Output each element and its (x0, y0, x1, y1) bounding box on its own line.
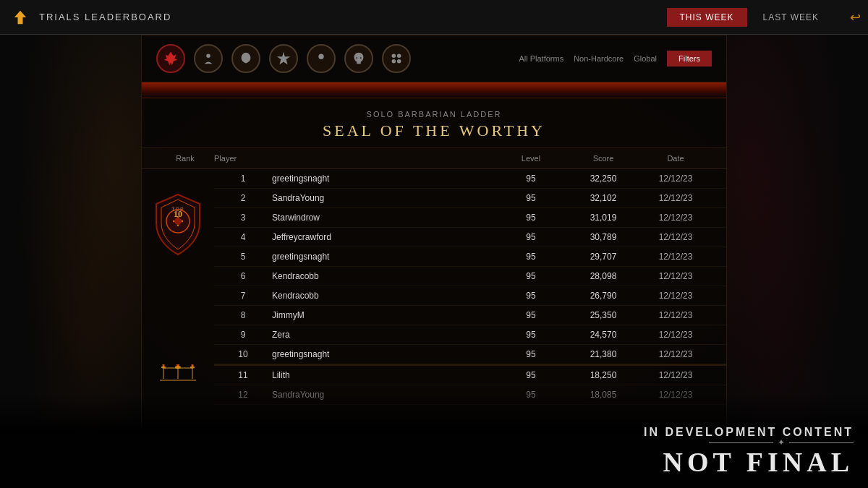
row-level: 95 (495, 310, 567, 320)
table-row: 9 Zera 95 24,570 12/12/23 (214, 325, 726, 345)
row-level: 95 (495, 174, 567, 184)
table-row: 3 Starwindrow 95 31,019 12/12/23 (214, 208, 726, 228)
row-date: 12/12/23 (639, 349, 712, 359)
watermark-final-text: NOT FINAL (663, 446, 854, 478)
filter-mode: Non-Hardcore (574, 54, 624, 63)
filters-button[interactable]: Filters (667, 51, 712, 67)
row-score: 25,350 (567, 310, 639, 320)
ladder-title-area: SOLO BARBARIAN LADDER SEAL OF THE WORTHY (142, 98, 726, 148)
table-row: 4 Jeffreycrawford 95 30,789 12/12/23 (214, 228, 726, 247)
row-level: 95 (495, 349, 567, 359)
row-player: Kendracobb (272, 271, 495, 281)
main-content: All Platforms Non-Hardcore Global Filter… (141, 35, 727, 453)
row-player: greetingsnaght (272, 174, 495, 184)
row-player: Lilith (272, 370, 495, 380)
row-date: 12/12/23 (639, 271, 712, 281)
class-icons-row: All Platforms Non-Hardcore Global Filter… (142, 35, 726, 82)
druid-icon (238, 51, 254, 67)
nav-title: TRIALS LEADERBOARD (39, 12, 171, 22)
row-rank: 10 (214, 349, 272, 359)
row-level: 95 (495, 193, 567, 203)
table-row: 6 Kendracobb 95 28,098 12/12/23 (214, 267, 726, 286)
row-date: 12/12/23 (639, 252, 712, 262)
class-icon-barbarian[interactable] (156, 44, 185, 73)
class-icon-all[interactable] (382, 44, 411, 73)
svg-point-3 (392, 54, 396, 59)
table-header: Rank Player Level Score Date (142, 148, 726, 169)
svg-marker-0 (14, 10, 26, 24)
table-row: 5 greetingsnaght 95 29,707 12/12/23 (214, 247, 726, 267)
svg-point-5 (392, 59, 396, 64)
svg-text:10: 10 (174, 209, 182, 219)
top-nav-bar: TRIALS LEADERBOARD THIS WEEK LAST WEEK ↩ (0, 0, 868, 35)
nav-tabs: THIS WEEK LAST WEEK (667, 8, 832, 27)
row-player: greetingsnaght (272, 252, 495, 262)
row-player: Zera (272, 330, 495, 340)
filter-platforms: All Platforms (519, 54, 563, 63)
nav-close-button[interactable]: ↩ (850, 9, 861, 25)
row-score: 31,019 (567, 213, 639, 223)
row-level: 95 (495, 370, 567, 380)
col-player: Player (214, 154, 495, 163)
table-row: 2 SandraYoung 95 32,102 12/12/23 (214, 189, 726, 208)
svg-point-2 (318, 54, 323, 59)
row-rank: 6 (214, 271, 272, 281)
col-level: Level (495, 154, 567, 163)
row-score: 29,707 (567, 252, 639, 262)
row-date: 12/12/23 (639, 213, 712, 223)
row-score: 24,570 (567, 330, 639, 340)
col-rank: Rank (156, 154, 214, 163)
class-icon-druid[interactable] (231, 44, 260, 73)
filter-scope: Global (634, 54, 657, 63)
row-level: 95 (495, 252, 567, 262)
col-date: Date (639, 154, 712, 163)
ladder-subtitle: SOLO BARBARIAN LADDER (142, 110, 726, 119)
row-rank: 11 (214, 370, 272, 380)
nav-logo (7, 4, 33, 30)
tab-this-week[interactable]: THIS WEEK (667, 8, 747, 27)
class-icon-skull[interactable] (344, 44, 373, 73)
row-player: Jeffreycrawford (272, 232, 495, 242)
row-rank: 9 (214, 330, 272, 340)
class-icon-rogue[interactable] (269, 44, 298, 73)
row-rank: 5 (214, 252, 272, 262)
ladder-title: SEAL OF THE WORTHY (142, 121, 726, 140)
candelabra-icon (156, 364, 200, 386)
fire-decoration (142, 82, 726, 98)
row-score: 30,789 (567, 232, 639, 242)
row-level: 95 (495, 291, 567, 301)
table-row: 10 greetingsnaght 95 21,380 12/12/23 (214, 345, 726, 364)
row-player: Kendracobb (272, 291, 495, 301)
table-row: 7 Kendracobb 95 26,790 12/12/23 (214, 286, 726, 306)
row-player: Starwindrow (272, 213, 495, 223)
row-date: 12/12/23 (639, 232, 712, 242)
svg-point-4 (397, 54, 401, 59)
row-rank: 3 (214, 213, 272, 223)
row-score: 26,790 (567, 291, 639, 301)
row-date: 12/12/23 (639, 174, 712, 184)
row-level: 95 (495, 271, 567, 281)
row-level: 95 (495, 213, 567, 223)
tab-last-week[interactable]: LAST WEEK (750, 8, 832, 27)
row-date: 12/12/23 (639, 310, 712, 320)
watermark-divider: ✦ (709, 442, 854, 443)
table-row: 8 JimmyM 95 25,350 12/12/23 (214, 306, 726, 325)
row-player: JimmyM (272, 310, 495, 320)
character-right-art (723, 35, 868, 453)
row-date: 12/12/23 (639, 193, 712, 203)
all-classes-icon (388, 51, 404, 67)
row-level: 95 (495, 232, 567, 242)
row-player: greetingsnaght (272, 349, 495, 359)
row-score: 18,250 (567, 370, 639, 380)
row-rank: 4 (214, 232, 272, 242)
class-icon-necromancer[interactable] (307, 44, 336, 73)
row-player: SandraYoung (272, 193, 495, 203)
row-date: 12/12/23 (639, 291, 712, 301)
class-icon-sorceress[interactable] (194, 44, 223, 73)
row-date: 12/12/23 (639, 330, 712, 340)
row-rank: 2 (214, 193, 272, 203)
row-rank: 8 (214, 310, 272, 320)
rogue-icon (276, 51, 292, 67)
row-rank: 1 (214, 174, 272, 184)
row-score: 21,380 (567, 349, 639, 359)
